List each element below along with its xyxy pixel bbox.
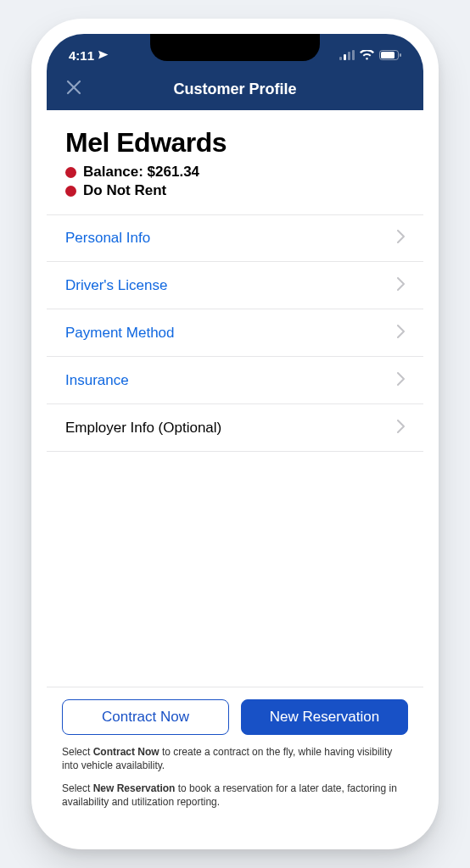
close-icon xyxy=(65,79,82,99)
svg-rect-6 xyxy=(400,53,401,57)
new-reservation-button[interactable]: New Reservation xyxy=(241,699,408,735)
spacer xyxy=(47,452,423,687)
profile-header: Mel Edwards Balance: $261.34 Do Not Rent xyxy=(47,110,423,206)
do-not-rent-text: Do Not Rent xyxy=(83,182,166,199)
row-label: Insurance xyxy=(65,372,129,389)
nav-bar: Customer Profile xyxy=(47,68,423,110)
wifi-icon xyxy=(360,50,374,60)
row-drivers-license[interactable]: Driver's License xyxy=(47,262,423,309)
row-label: Employer Info (Optional) xyxy=(65,420,221,437)
svg-rect-3 xyxy=(352,50,355,60)
svg-rect-0 xyxy=(339,57,342,60)
page-title: Customer Profile xyxy=(173,81,296,98)
customer-name: Mel Edwards xyxy=(65,127,405,159)
row-label: Driver's License xyxy=(65,277,167,294)
screen: 4:11 xyxy=(47,34,423,834)
footer: Contract Now New Reservation Select Cont… xyxy=(47,687,423,834)
do-not-rent-flag: Do Not Rent xyxy=(65,182,405,199)
svg-rect-2 xyxy=(348,52,350,60)
content: Mel Edwards Balance: $261.34 Do Not Rent… xyxy=(47,110,423,834)
chevron-right-icon xyxy=(397,325,405,342)
notch xyxy=(150,34,320,61)
status-time: 4:11 xyxy=(69,48,94,63)
balance-text: Balance: $261.34 xyxy=(83,164,199,181)
alert-dot-icon xyxy=(65,186,76,197)
signal-icon xyxy=(339,50,355,60)
chevron-right-icon xyxy=(397,420,405,437)
row-payment-method[interactable]: Payment Method xyxy=(47,309,423,357)
status-bar-left: 4:11 xyxy=(69,48,109,63)
button-label: Contract Now xyxy=(102,709,189,726)
row-employer-info[interactable]: Employer Info (Optional) xyxy=(47,404,423,452)
hint-contract-now: Select Contract Now to create a contract… xyxy=(62,745,408,772)
button-row: Contract Now New Reservation xyxy=(62,699,408,735)
close-button[interactable] xyxy=(62,77,86,101)
chevron-right-icon xyxy=(397,230,405,247)
row-label: Payment Method xyxy=(65,325,175,342)
phone-frame: 4:11 xyxy=(31,19,439,849)
row-label: Personal Info xyxy=(65,230,150,247)
balance-flag: Balance: $261.34 xyxy=(65,164,405,181)
section-list: Personal Info Driver's License Payment M… xyxy=(47,214,423,452)
contract-now-button[interactable]: Contract Now xyxy=(62,699,229,735)
alert-dot-icon xyxy=(65,167,76,178)
location-icon xyxy=(98,48,109,63)
row-insurance[interactable]: Insurance xyxy=(47,357,423,404)
chevron-right-icon xyxy=(397,277,405,294)
svg-rect-1 xyxy=(344,54,346,60)
hint-new-reservation: Select New Reservation to book a reserva… xyxy=(62,782,408,809)
battery-icon xyxy=(379,50,401,60)
button-label: New Reservation xyxy=(270,709,379,726)
status-bar-right xyxy=(339,50,401,60)
svg-rect-5 xyxy=(381,52,394,58)
row-personal-info[interactable]: Personal Info xyxy=(47,214,423,262)
chevron-right-icon xyxy=(397,372,405,389)
